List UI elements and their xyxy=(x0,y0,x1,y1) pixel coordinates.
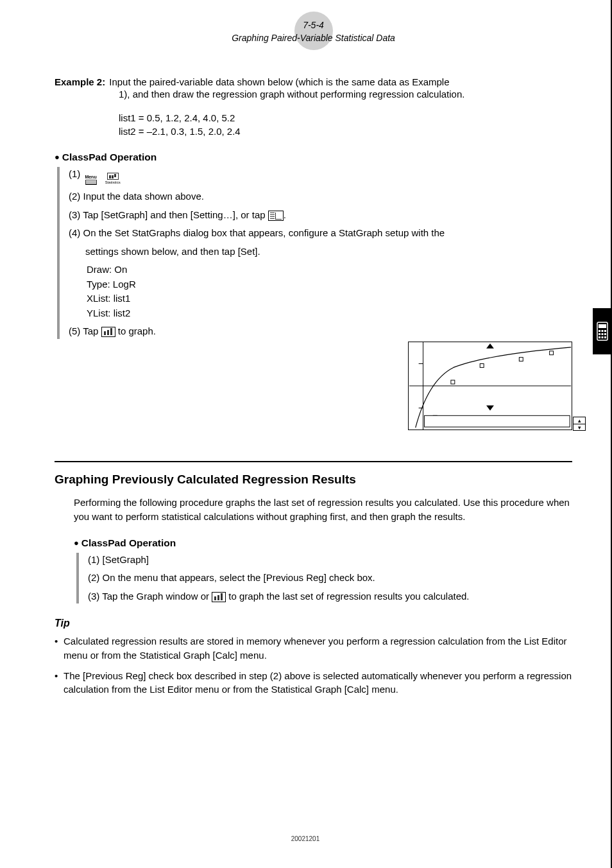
svg-rect-14 xyxy=(604,330,606,332)
step-5-text-a: (5) Tap xyxy=(69,326,101,336)
up-arrow-icon xyxy=(486,343,494,349)
menu-icon-label: Menu xyxy=(85,175,96,180)
svg-rect-15 xyxy=(599,333,600,335)
header-section-number: 7-5-4 xyxy=(55,19,572,32)
svg-rect-16 xyxy=(602,333,604,335)
op2-step-2: (2) On the menu that appears, select the… xyxy=(88,571,572,586)
tip-item-2: • The [Previous Reg] check box described… xyxy=(55,669,572,697)
operation-heading-2: ●ClassPad Operation xyxy=(74,537,572,549)
svg-rect-7 xyxy=(519,358,523,361)
step-1-num: (1) xyxy=(69,168,80,179)
step-4-line1: (4) On the Set StatGraphs dialog box tha… xyxy=(69,226,572,241)
bullet-icon: ● xyxy=(74,538,79,548)
header-section-title: Graphing Paired-Variable Statistical Dat… xyxy=(55,32,572,45)
step-2: (2) Input the data shown above. xyxy=(69,189,572,204)
calculator-icon xyxy=(596,322,609,341)
bullet-icon: • xyxy=(55,634,64,663)
tip-item-1: • Calculated regression results are stor… xyxy=(55,634,572,663)
svg-rect-20 xyxy=(604,336,606,338)
example-label: Example 2: xyxy=(55,76,105,87)
section-divider xyxy=(55,461,572,462)
step-4-line2: settings shown below, and then tap [Set]… xyxy=(85,245,572,259)
tip-heading: Tip xyxy=(55,618,572,629)
cfg-ylist: YList: list2 xyxy=(87,306,572,321)
svg-rect-8 xyxy=(550,351,554,355)
operation-heading-1-text: ClassPad Operation xyxy=(62,152,157,162)
svg-rect-12 xyxy=(599,330,600,332)
operation-section-1: ●ClassPad Operation (1) Menu Statistics … xyxy=(55,152,572,339)
log-regression-plot xyxy=(409,342,572,430)
svg-rect-17 xyxy=(604,333,606,335)
tip-item-2-text: The [Previous Reg] check box described i… xyxy=(64,669,572,697)
page-header: 7-5-4 Graphing Paired-Variable Statistic… xyxy=(55,19,572,44)
operation-heading-2-text: ClassPad Operation xyxy=(81,537,176,548)
operation-section-2: ●ClassPad Operation (1) [SetGraph] (2) O… xyxy=(74,537,572,604)
tip-item-1-text: Calculated regression results are stored… xyxy=(64,634,572,663)
example-block: Example 2: Input the paired-variable dat… xyxy=(55,76,572,139)
step-1: (1) Menu Statistics xyxy=(69,167,572,186)
svg-rect-5 xyxy=(451,380,455,384)
svg-rect-9 xyxy=(425,415,570,427)
example-text-line2: 1), and then draw the regression graph w… xyxy=(119,87,572,102)
operation-heading-1: ●ClassPad Operation xyxy=(55,152,572,163)
menu-icon: Menu xyxy=(83,175,99,185)
setgraph-icon xyxy=(268,211,284,221)
step-3-text-b: . xyxy=(284,209,286,220)
example-list2: list2 = –2.1, 0.3, 1.5, 2.0, 2.4 xyxy=(119,125,572,139)
cfg-draw: Draw: On xyxy=(87,263,572,277)
bullet-icon: ● xyxy=(55,152,60,162)
section-2-paragraph: Performing the following procedure graph… xyxy=(74,496,572,525)
statistics-icon-label: Statistics xyxy=(105,180,121,186)
svg-rect-6 xyxy=(480,364,484,368)
graph-icon xyxy=(101,327,115,337)
side-thumb-tab xyxy=(593,308,612,354)
cfg-xlist: XList: list1 xyxy=(87,291,572,306)
step-5-text-b: to graph. xyxy=(115,326,156,336)
op2-step-3-text-b: to graph the last set of regression resu… xyxy=(226,591,469,602)
bullet-icon: • xyxy=(55,669,64,697)
op2-step-1: (1) [SetGraph] xyxy=(88,553,572,568)
cfg-type: Type: LogR xyxy=(87,277,572,292)
op2-step-3: (3) Tap the Graph window or to graph the… xyxy=(88,589,572,604)
down-arrow-icon xyxy=(486,406,494,411)
scroll-up-icon[interactable]: ▴ xyxy=(574,417,585,424)
step-3: (3) Tap [SetGraph] and then [Setting…], … xyxy=(69,208,572,223)
scroll-down-icon[interactable]: ▾ xyxy=(574,424,585,431)
step-5: (5) Tap to graph. xyxy=(69,324,572,339)
example-text-line1: Input the paired-variable data shown bel… xyxy=(109,76,572,87)
statistics-app-icon: Statistics xyxy=(104,173,122,186)
op2-step-3-text-a: (3) Tap the Graph window or xyxy=(88,591,212,602)
graph-icon xyxy=(212,592,226,602)
svg-rect-18 xyxy=(599,336,600,338)
statgraph-config: Draw: On Type: LogR XList: list1 YList: … xyxy=(87,263,572,320)
scroll-buttons[interactable]: ▴ ▾ xyxy=(573,417,586,431)
section-2-heading: Graphing Previously Calculated Regressio… xyxy=(55,473,572,487)
footer-date: 20021201 xyxy=(0,835,611,842)
example-list1: list1 = 0.5, 1.2, 2.4, 4.0, 5.2 xyxy=(119,111,572,125)
svg-rect-19 xyxy=(602,336,604,338)
svg-rect-11 xyxy=(599,324,606,328)
step-3-text-a: (3) Tap [SetGraph] and then [Setting…], … xyxy=(69,209,268,220)
svg-rect-13 xyxy=(602,330,604,332)
regression-graph-screenshot: ▴ ▾ xyxy=(408,342,572,430)
